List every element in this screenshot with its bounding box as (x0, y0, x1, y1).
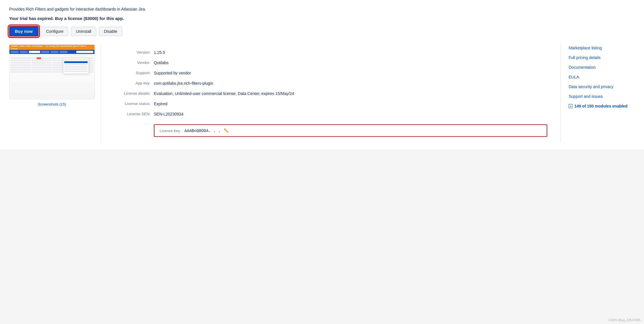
screenshots-link[interactable]: Screenshots (15) (9, 102, 95, 106)
sidebar-item-support-and-issues[interactable]: Support and issues (569, 94, 635, 99)
license-sen-value: SEN-L20230934 (152, 109, 549, 119)
mock-dropdown (63, 58, 89, 74)
mock-cell-13 (31, 64, 52, 66)
modules-row: + 149 of 150 modules enabled (569, 104, 635, 108)
mock-cell-4 (11, 60, 31, 61)
mock-pill-1 (11, 51, 19, 53)
support-label: Support: (112, 68, 152, 78)
license-key-cell: License key: AAABnQ0ODA. . . ✏️ (152, 119, 549, 140)
uninstall-button[interactable]: Uninstall (71, 27, 96, 36)
mock-col-2 (31, 54, 52, 57)
license-status-row: License status: Expired (112, 99, 549, 109)
vendor-row: Vendor: Qotilabs (112, 58, 549, 68)
mock-dropdown-item-2 (64, 64, 88, 65)
license-key-value: AAABnQ0ODA. . . (184, 128, 220, 133)
mock-dropdown-item-4 (64, 68, 88, 70)
mock-cell-20 (11, 69, 31, 70)
plus-icon[interactable]: + (569, 104, 573, 108)
screenshot-mock-image: DEMO / Rich Filter Controller – Try usin… (9, 45, 94, 99)
license-key-outer-label (112, 119, 152, 140)
vendor-label: Vendor: (112, 58, 152, 68)
mock-dropdown-item-1 (64, 59, 88, 61)
main-content: DEMO / Rich Filter Controller – Try usin… (9, 44, 635, 143)
app-key-label: App key: (112, 78, 152, 88)
mock-cell-1 (11, 57, 36, 59)
mock-pill-4 (51, 51, 59, 53)
disable-button[interactable]: Disable (99, 27, 122, 36)
app-key-value: com.qotilabs.jira.rich-filters-plugin (152, 78, 549, 88)
configure-button[interactable]: Configure (41, 27, 69, 36)
page-container: Provides Rich Filters and gadgets for in… (0, 0, 644, 149)
mock-col-1 (11, 54, 31, 57)
sidebar-item-full-pricing-details[interactable]: Full pricing details (569, 55, 635, 60)
mock-cell-17 (31, 66, 52, 68)
license-key-box: License key: AAABnQ0ODA. . . ✏️ (154, 124, 547, 137)
license-key-row: License key: AAABnQ0ODA. . . ✏️ (112, 119, 549, 140)
action-buttons: Buy now Configure Uninstall Disable (9, 26, 635, 37)
watermark: CSDN @qq_43547605 (608, 318, 641, 322)
license-details-row: License details: Evaluation, Unlimited-u… (112, 88, 549, 99)
app-key-row: App key: com.qotilabs.jira.rich-filters-… (112, 78, 549, 88)
license-details-label: License details: (112, 88, 152, 99)
support-row: Support: Supported by vendor (112, 68, 549, 78)
edit-license-key-icon[interactable]: ✏️ (224, 128, 229, 133)
license-sen-row: License SEN: SEN-L20230934 (112, 109, 549, 119)
license-key-label: License key: (160, 129, 181, 133)
mock-cell-24 (11, 71, 31, 73)
middle-panel: Version: 1.25.5 Vendor: Qotilabs Support… (100, 44, 561, 143)
sidebar-item-marketplace-listing[interactable]: Marketplace listing (569, 46, 635, 50)
mock-cell-9 (31, 62, 52, 64)
license-status-value: Expired (152, 99, 549, 109)
license-sen-label: License SEN: (112, 109, 152, 119)
mock-dropdown-item-selected (64, 61, 88, 63)
mock-cell-8 (11, 62, 31, 64)
version-row: Version: 1.25.5 (112, 47, 549, 58)
mock-header-bar: DEMO / Rich Filter Controller – Try usin… (9, 45, 94, 50)
mock-cell-21 (31, 69, 52, 70)
mock-cell-red-1 (37, 57, 41, 59)
mock-cell-12 (11, 64, 31, 66)
mock-cell-25 (31, 71, 52, 73)
sidebar-item-eula[interactable]: EULA (569, 75, 635, 79)
mock-search-box (76, 51, 93, 53)
sidebar-item-data-security-privacy[interactable]: Data security and privacy (569, 84, 635, 89)
mock-pill-3 (41, 51, 49, 53)
mock-dropdown-item-3 (64, 66, 88, 68)
mock-dropdown-item-5 (64, 70, 88, 72)
mock-toolbar (9, 50, 94, 54)
mock-table-header (11, 54, 93, 57)
mock-pill-2 (20, 51, 28, 53)
right-panel: Marketplace listing Full pricing details… (561, 44, 635, 143)
app-description: Provides Rich Filters and gadgets for in… (9, 7, 635, 11)
version-label: Version: (112, 47, 152, 58)
left-panel: DEMO / Rich Filter Controller – Try usin… (9, 44, 100, 143)
mock-cell-5 (31, 60, 52, 61)
app-info-table: Version: 1.25.5 Vendor: Qotilabs Support… (112, 47, 549, 140)
support-value: Supported by vendor (152, 68, 549, 78)
screenshot-preview: DEMO / Rich Filter Controller – Try usin… (9, 44, 95, 99)
trial-notice: Your trial has expired. Buy a license ($… (9, 16, 635, 21)
buy-now-button[interactable]: Buy now (9, 26, 39, 37)
mock-col-4 (73, 54, 93, 57)
sidebar-item-documentation[interactable]: Documentation (569, 65, 635, 70)
mock-pill-5 (60, 51, 68, 53)
mock-col-3 (52, 54, 73, 57)
license-details-value: Evaluation, Unlimited-user commercial li… (152, 88, 549, 99)
license-status-label: License status: (112, 99, 152, 109)
mock-cell-16 (11, 66, 31, 68)
modules-enabled-text[interactable]: 149 of 150 modules enabled (574, 104, 627, 108)
version-value: 1.25.5 (152, 47, 549, 58)
mock-pill-active (29, 51, 40, 53)
vendor-value: Qotilabs (152, 58, 549, 68)
